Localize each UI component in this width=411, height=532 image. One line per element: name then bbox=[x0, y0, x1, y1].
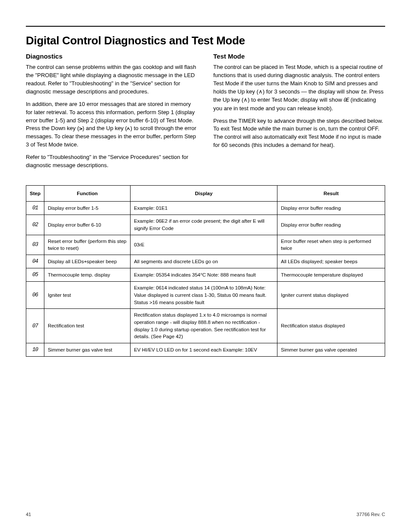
test-mode-table: Step Function Display Result 01Display e… bbox=[26, 185, 385, 357]
cell-step: 05 bbox=[26, 268, 44, 282]
cell-step: 07 bbox=[26, 309, 44, 343]
cell-result: Simmer burner gas valve operated bbox=[277, 343, 385, 357]
cell-display: Rectification status displayed 1.x to 4.… bbox=[130, 309, 277, 343]
th-result: Result bbox=[277, 185, 385, 202]
cell-function: Display error buffer 1-5 bbox=[44, 202, 130, 215]
col-diagnostics: Diagnostics The control can sense proble… bbox=[26, 52, 198, 174]
th-display: Display bbox=[130, 185, 277, 202]
cell-step: 01 bbox=[26, 202, 44, 215]
down-arrow-icon: v bbox=[79, 128, 83, 131]
seg-0e: 0E bbox=[343, 97, 349, 103]
page-title: Digital Control Diagnostics and Test Mod… bbox=[26, 33, 385, 49]
th-step: Step bbox=[26, 185, 44, 202]
table-row: 02Display error buffer 6-10Example: 06E2… bbox=[26, 215, 385, 235]
table-row: 05Thermocouple temp. displayExample: 053… bbox=[26, 268, 385, 282]
cell-result: Igniter current status displayed bbox=[277, 282, 385, 309]
cell-display: Example: 06E2 if an error code present; … bbox=[130, 215, 277, 235]
footer-docrev: 37766 Rev. C bbox=[357, 511, 385, 518]
cell-function: Display error buffer 6-10 bbox=[44, 215, 130, 235]
cell-step: 06 bbox=[26, 282, 44, 309]
cell-function: Igniter test bbox=[44, 282, 130, 309]
cell-function: Reset error buffer (perform this step tw… bbox=[44, 235, 130, 255]
cell-result: Error buffer reset when step is performe… bbox=[277, 235, 385, 255]
cell-display: Example: 05354 indicates 354°C Note: 888… bbox=[130, 268, 277, 282]
cell-function: Simmer burner gas valve test bbox=[44, 343, 130, 357]
cell-step: 02 bbox=[26, 215, 44, 235]
diag-p3: Refer to "Troubleshooting" in the "Servi… bbox=[26, 153, 198, 170]
cell-result: All LEDs displayed; speaker beeps bbox=[277, 255, 385, 268]
table-row: 03Reset error buffer (perform this step … bbox=[26, 235, 385, 255]
cell-result: Display error buffer reading bbox=[277, 202, 385, 215]
th-function: Function bbox=[44, 185, 130, 202]
cell-display: Example: 01E1 bbox=[130, 202, 277, 215]
testmode-p1: The control can be placed in Test Mode, … bbox=[213, 63, 385, 112]
cell-display: EV HI/EV LO LED on for 1 second each Exa… bbox=[130, 343, 277, 357]
page-footer: 41 37766 Rev. C bbox=[26, 511, 385, 518]
cell-result: Rectification status displayed bbox=[277, 309, 385, 343]
cell-result: Display error buffer reading bbox=[277, 215, 385, 235]
cell-step: 04 bbox=[26, 255, 44, 268]
cell-step: 10 bbox=[26, 343, 44, 357]
diag-p1: The control can sense problems within th… bbox=[26, 63, 198, 96]
cell-function: Rectification test bbox=[44, 309, 130, 343]
up-arrow-icon: > bbox=[127, 128, 131, 131]
cell-display: Example: 0614 indicated status 14 (100mA… bbox=[130, 282, 277, 309]
table-row: 04Display all LEDs+speaker beepAll segme… bbox=[26, 255, 385, 268]
cell-result: Thermocouple temperature displayed bbox=[277, 268, 385, 282]
footer-pagenum: 41 bbox=[26, 511, 31, 518]
body-columns: Diagnostics The control can sense proble… bbox=[26, 52, 385, 174]
cell-display: 03rE bbox=[130, 235, 277, 255]
cell-function: Thermocouple temp. display bbox=[44, 268, 130, 282]
seg-te: te bbox=[361, 89, 366, 95]
diag-p2: In addition, there are 10 error messages… bbox=[26, 100, 198, 149]
col-testmode: Test Mode The control can be placed in T… bbox=[213, 52, 385, 174]
testmode-heading: Test Mode bbox=[213, 52, 385, 61]
cell-function: Display all LEDs+speaker beep bbox=[44, 255, 130, 268]
table-row: 01Display error buffer 1-5Example: 01E1D… bbox=[26, 202, 385, 215]
table-row: 06Igniter testExample: 0614 indicated st… bbox=[26, 282, 385, 309]
testmode-p2: Press the TIMER key to advance through t… bbox=[213, 117, 385, 149]
table-row: 10Simmer burner gas valve testEV HI/EV L… bbox=[26, 343, 385, 357]
cell-step: 03 bbox=[26, 235, 44, 255]
cell-display: All segments and discrete LEDs go on bbox=[130, 255, 277, 268]
table-row: 07Rectification testRectification status… bbox=[26, 309, 385, 343]
diagnostics-heading: Diagnostics bbox=[26, 52, 198, 61]
